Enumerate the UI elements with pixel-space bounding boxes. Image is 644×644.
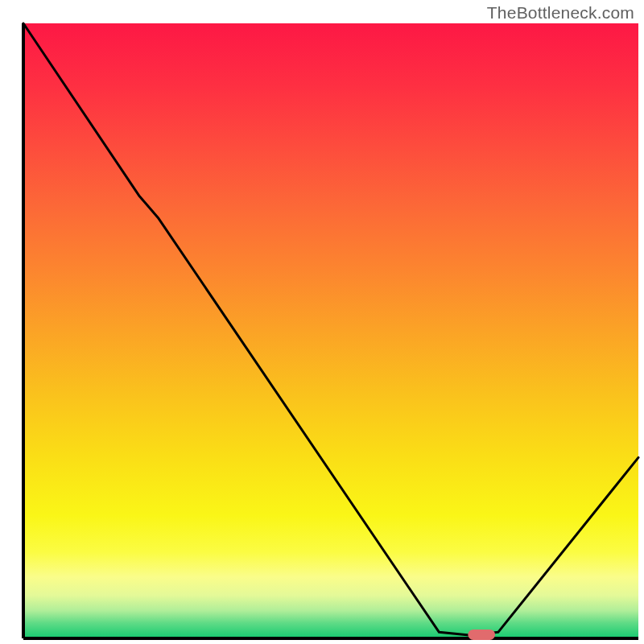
plot-background — [23, 23, 638, 638]
chart-svg — [0, 0, 644, 644]
optimal-marker — [468, 630, 495, 640]
bottleneck-chart: TheBottleneck.com — [0, 0, 644, 644]
